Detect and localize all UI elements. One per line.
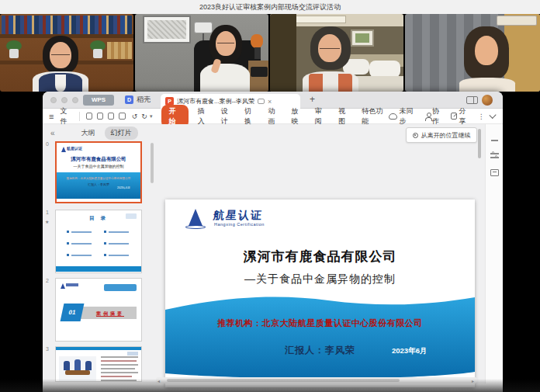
resume-position-button[interactable]: 从离开的位置继续 [406,127,477,143]
participant-3-glasses [320,48,340,49]
notes-book-icon[interactable] [490,169,499,176]
chapter-number: 01 [61,304,85,321]
wall-art-sketch [147,20,186,39]
vertical-scrollbar-thumb[interactable] [478,129,481,158]
slide-date: 2023年6月 [392,346,427,356]
minimize-tools-icon[interactable] [491,140,498,141]
close-tab-button[interactable]: × [268,98,272,106]
collaborate-button[interactable]: 协作 [432,106,445,127]
toc-item-line [71,243,92,245]
document-tab-title: 漯河市有鹿食...案例--李风荣 [177,97,254,106]
video-tile-4[interactable] [405,14,540,92]
mini-title: 漯河市有鹿食品有限公司 [57,156,140,163]
toc-bullet [67,242,69,245]
tab-view[interactable]: 视图 [337,106,352,127]
participant-1-face [50,42,71,68]
wps-home-button[interactable]: WPS [83,95,114,106]
panel-scrollbar[interactable] [151,143,154,183]
slide-thumbnail-3[interactable]: 01 案例摘要 [55,278,142,342]
horizontal-scrollbar[interactable]: ◂ ▸ [156,377,477,383]
body-text-block [101,356,138,382]
participant-2-blouse [200,64,250,92]
tab-transitions[interactable]: 切换 [243,106,258,127]
toc-item-line [109,255,129,257]
text-line-highlight [101,360,137,362]
text-line [101,380,137,381]
save-icon[interactable] [86,113,92,120]
chapter-title: 案例摘要 [84,310,137,317]
horizontal-scrollbar-thumb[interactable] [167,379,400,382]
undo-icon[interactable]: ↺ [132,113,138,120]
scroll-left-arrow[interactable]: ◂ [158,378,160,383]
tab-animations[interactable]: 动画 [266,106,282,127]
mini-subtitle: —关于食品中金属异物的控制 [57,164,140,168]
video-tile-3[interactable] [270,14,403,92]
minimize-window-button[interactable] [61,97,68,103]
slide-canvas[interactable]: 航星认证 Hangxing Certification 漯河市有鹿食品有限公司 … [165,199,475,387]
main-menu-button[interactable]: ≡ [49,112,54,121]
vertical-scrollbar[interactable] [478,126,482,377]
docer-tab[interactable]: D 稻壳 [125,95,151,105]
slide-thumbnail-2[interactable]: 目 录 [55,210,142,273]
tab-slideshow[interactable]: 放映 [290,106,306,127]
cloud-sync-icon [389,113,397,120]
collapse-panel-icon[interactable]: « [50,129,55,137]
thumb-number: 0 [46,141,49,147]
top-bar [56,347,141,350]
participant-2-glasses [217,43,234,43]
workspace-layout-icon[interactable] [466,96,478,104]
share-icon [451,113,457,120]
animation-star-icon: ★ [45,219,49,224]
slide-panel: « 大纲 幻灯片 0 航星认证 漯河市有鹿食品有限公司 —关于食品中金属异物的控… [43,124,155,383]
tab-slides[interactable]: 幻灯片 [105,127,138,140]
print-preview-icon[interactable] [119,113,125,120]
close-window-button[interactable] [50,97,57,103]
sync-status[interactable]: 未同步 [400,106,418,127]
slide-thumbnail-4[interactable] [55,346,142,382]
zoom-window-button[interactable] [72,97,78,103]
more-menu-icon[interactable]: ⋮ [478,113,485,120]
export-pdf-icon[interactable] [97,113,103,120]
tab-outline[interactable]: 大纲 [81,128,95,138]
printer [251,67,268,77]
video-tile-2[interactable] [135,14,268,92]
wardrobe [270,14,296,92]
tab-design[interactable]: 设计 [220,106,235,127]
figure [85,361,92,370]
logo-cn-text: 航星认证 [213,209,264,223]
redo-icon[interactable]: ↻ [141,113,147,120]
toc-item-line [71,255,92,257]
pillow [369,61,400,78]
tab-review[interactable]: 审阅 [313,106,329,127]
slide-thumbnail-1[interactable]: 航星认证 漯河市有鹿食品有限公司 —关于食品中金属异物的控制 推荐机构：北京大陆… [55,141,142,203]
new-tab-button[interactable]: + [310,94,315,105]
right-tool-gutter [485,124,503,383]
quickbar-dropdown-icon[interactable]: ▾ [150,113,153,120]
share-button[interactable]: 分享 [459,106,471,127]
file-menu-button[interactable]: 文件 [60,106,72,127]
chapter-tag [104,284,137,291]
meeting-title: 2023良好认证审核案例内部现场交流评议活动 [199,2,341,12]
adjust-settings-icon[interactable] [490,152,499,158]
wps-window: WPS D 稻壳 P 漯河市有鹿食...案例--李风荣 × + ≡ 文件 ↺ ↻… [43,92,503,392]
mini-logo-icon [61,283,65,289]
slide-org-line: 推荐机构：北京大陆航星质量认证中心股份有限公司 [165,317,475,329]
video-tile-1[interactable] [0,14,133,92]
collaborate-icon [424,113,431,120]
toc-bottom-bar [56,266,141,272]
location-pin-icon [413,133,418,138]
plant-pot [9,49,19,58]
thumb-number: 1 [46,210,49,215]
account-avatar[interactable] [482,95,493,106]
collapse-ribbon-icon[interactable] [489,111,496,118]
thumb-number: 3 [46,346,49,352]
bookshelf-books-top [2,16,132,34]
tab-special-features[interactable]: 特色功能 [360,106,388,127]
print-icon[interactable] [108,113,114,120]
mini-logo-text-bar [66,283,78,286]
tab-insert[interactable]: 插入 [196,106,212,127]
bookshelf-books-mid [107,42,132,59]
participant-2-face [216,31,236,56]
scroll-right-arrow[interactable]: ▸ [472,378,474,383]
resume-position-label: 从离开的位置继续 [421,131,471,140]
